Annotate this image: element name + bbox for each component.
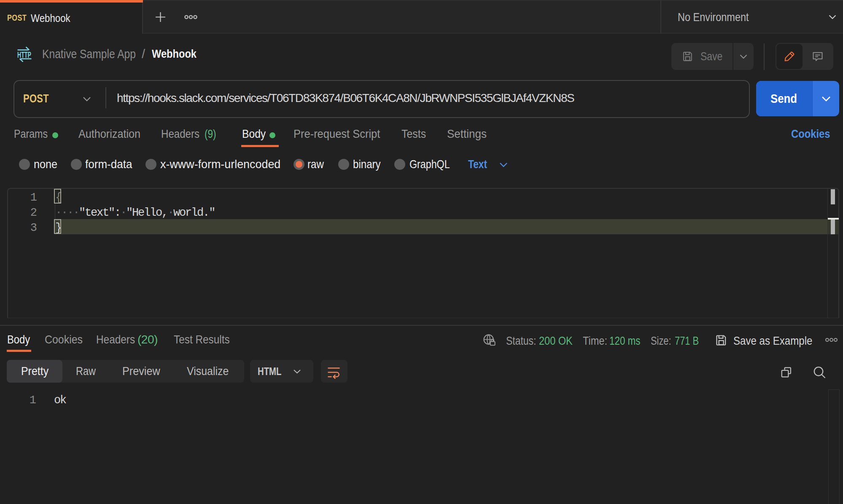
svg-text:HTTP: HTTP: [17, 50, 31, 59]
